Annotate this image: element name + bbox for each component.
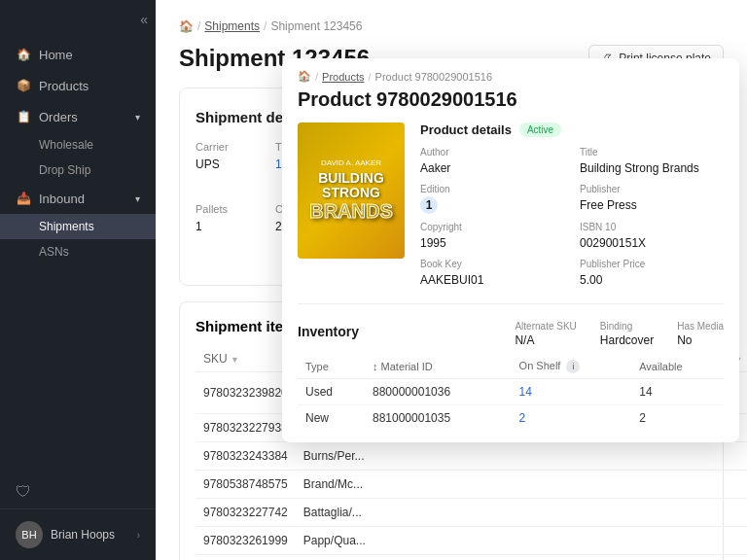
inventory-header: Inventory Alternate SKU N/A Binding Hard… (298, 316, 724, 347)
last-updated-cell (656, 442, 747, 471)
qty-received-cell (562, 527, 656, 555)
product-details-header: Product details Active (420, 122, 724, 137)
inv-available-cell: 2 (631, 405, 724, 432)
sidebar-item-wholesale[interactable]: Wholesale (0, 132, 156, 158)
main-content: 🏠 / Shipments / Shipment 123456 Shipment… (156, 0, 747, 560)
table-row[interactable]: 9780323243384 Burns/Per... (196, 442, 747, 471)
sidebar-item-orders-label: Orders (39, 110, 78, 124)
on-shelf-link[interactable]: 14 (519, 385, 532, 399)
condition-cell (401, 527, 478, 555)
sidebar-item-inbound[interactable]: 📥 Inbound ▾ (0, 183, 156, 214)
sidebar-navigation: 🏠 Home 📦 Products 📋 Orders ▾ Wholesale D… (0, 39, 156, 475)
product-content: DAVID A. AAKER BUILDINGSTRONG BRANDS Pro… (282, 122, 739, 303)
product-details-column: Product details Active Author Aaker Titl… (420, 122, 724, 288)
home-icon: 🏠 (16, 47, 31, 62)
current-breadcrumb: Shipment 123456 (270, 19, 362, 33)
sidebar-item-inbound-label: Inbound (39, 192, 85, 206)
sidebar-item-home[interactable]: 🏠 Home (0, 39, 156, 70)
home-breadcrumb-icon: 🏠 (179, 19, 194, 33)
alternate-sku-meta: Alternate SKU N/A (515, 316, 576, 347)
product-page-title: Product 9780029001516 (282, 88, 739, 122)
edition-info: Edition 1 (420, 184, 564, 214)
products-icon: 📦 (16, 78, 31, 93)
material-id-sort-icon: ↕ (373, 361, 378, 372)
inventory-table-row: New 881000001035 2 2 (298, 405, 724, 432)
qty-received-cell (562, 555, 656, 561)
inventory-table-row: Used 880000001036 14 14 (298, 379, 724, 405)
product-info-grid: Author Aaker Title Building Strong Brand… (420, 147, 724, 288)
on-shelf-info-icon[interactable]: i (566, 360, 580, 373)
edition-badge: 1 (420, 196, 438, 214)
sidebar-item-shipments[interactable]: Shipments (0, 214, 156, 239)
on-shelf-link[interactable]: 2 (519, 411, 526, 425)
sidebar-item-orders[interactable]: 📋 Orders ▾ (0, 101, 156, 132)
available-column-header: Available (631, 355, 724, 379)
inv-available-cell: 14 (631, 379, 724, 405)
sidebar-user[interactable]: BH Brian Hoops › (0, 508, 156, 560)
last-updated-cell (656, 471, 747, 499)
orders-chevron-icon: ▾ (135, 112, 140, 122)
qty-received-cell (562, 499, 656, 527)
sidebar-item-products-label: Products (39, 79, 89, 93)
inventory-section: Inventory Alternate SKU N/A Binding Hard… (282, 304, 739, 442)
inv-on-shelf-cell: 2 (512, 405, 632, 432)
active-status-badge: Active (519, 122, 561, 137)
sidebar-collapse-button[interactable]: « (140, 12, 148, 27)
book-title-text: BUILDINGSTRONG (309, 171, 393, 201)
description-cell: Battaglia/... (296, 499, 402, 527)
table-row[interactable]: 9781305280595 Baumol/E... (196, 555, 747, 561)
sku-cell: 9780323227933 (196, 414, 296, 442)
table-row[interactable]: 9780323261999 Papp/Qua... (196, 527, 747, 555)
user-name: Brian Hoops (51, 528, 129, 542)
book-cover-image: DAVID A. AAKER BUILDINGSTRONG BRANDS (298, 122, 405, 259)
book-author-text: DAVID A. AAKER (309, 158, 393, 167)
product-current-breadcrumb: Product 9780029001516 (375, 71, 493, 83)
description-cell: Papp/Qua... (296, 527, 402, 555)
qty-expected-cell (478, 442, 562, 471)
sidebar-item-products[interactable]: 📦 Products (0, 70, 156, 101)
products-breadcrumb-link[interactable]: Products (322, 71, 364, 83)
condition-cell (401, 499, 478, 527)
carrier-detail: Carrier UPS (196, 141, 264, 184)
on-shelf-column-header: On Shelf i (512, 355, 632, 379)
qty-expected-cell (478, 471, 562, 499)
inv-type-cell: New (298, 405, 365, 432)
condition-cell (401, 471, 478, 499)
avatar: BH (16, 521, 43, 548)
sku-cell: 9780323261999 (196, 527, 296, 555)
shield-icon: 🛡 (0, 475, 156, 508)
sidebar-item-asns[interactable]: ASNs (0, 239, 156, 264)
orders-icon: 📋 (16, 109, 31, 124)
sku-cell: 9780538748575 (196, 471, 296, 499)
product-overlay: 🏠 / Products / Product 9780029001516 Pro… (282, 58, 739, 442)
table-row[interactable]: 9780323227742 Battaglia/... (196, 499, 747, 527)
sku-column-header: SKU ▼ (196, 346, 296, 372)
qty-expected-cell (478, 555, 562, 561)
description-cell: Baumol/E... (296, 555, 402, 561)
last-updated-cell (656, 527, 747, 555)
inventory-meta: Alternate SKU N/A Binding Hardcover Has … (515, 316, 724, 347)
material-id-column-header: ↕ Material ID (365, 355, 512, 379)
inv-on-shelf-cell: 14 (512, 379, 632, 405)
user-menu-chevron-icon: › (137, 530, 140, 541)
sidebar-item-home-label: Home (39, 48, 73, 62)
copyright-info: Copyright 1995 (420, 222, 564, 251)
binding-meta: Binding Hardcover (600, 316, 654, 347)
table-row[interactable]: 9780538748575 Brand/Mc... (196, 471, 747, 499)
publisher-price-info: Publisher Price 5.00 (580, 259, 724, 288)
book-subtitle-text: BRANDS (309, 200, 393, 223)
pallets-detail: Pallets 1 (196, 203, 264, 269)
shipments-breadcrumb-link[interactable]: Shipments (204, 19, 260, 33)
sku-cell: 9781305280595 (196, 555, 296, 561)
inbound-chevron-icon: ▾ (135, 193, 140, 204)
publisher-info: Publisher Free Press (580, 184, 724, 214)
description-cell: Burns/Per... (296, 442, 402, 471)
inventory-table: Type ↕ Material ID On Shelf i Available … (298, 355, 724, 431)
isbn10-info: ISBN 10 002900151X (580, 222, 724, 251)
sku-cell: 9780323239820 (196, 372, 296, 414)
inv-material-id-cell: 881000001035 (365, 405, 512, 432)
sku-sort-icon[interactable]: ▼ (231, 355, 239, 365)
sidebar-item-dropship[interactable]: Drop Ship (0, 158, 156, 183)
product-cover: DAVID A. AAKER BUILDINGSTRONG BRANDS (298, 122, 405, 259)
breadcrumb: 🏠 / Shipments / Shipment 123456 (179, 19, 724, 33)
